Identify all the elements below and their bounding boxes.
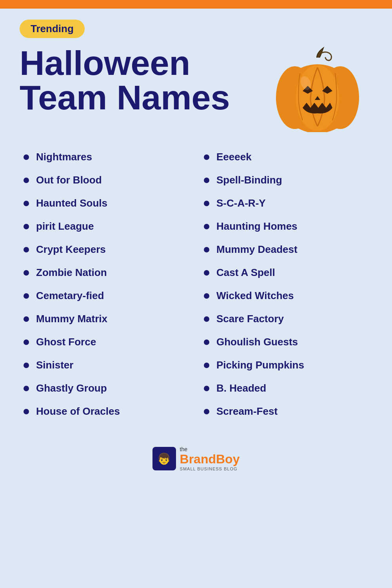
brand-name: BrandBoy — [180, 452, 240, 466]
list-item: Sinister — [16, 354, 196, 377]
bullet-icon — [204, 316, 209, 322]
brand-tagline: SMALL BUSINESS BLOG — [180, 466, 240, 471]
list-item: pirit League — [16, 215, 196, 238]
right-column: EeeeekSpell-BindingS-C-A-R-YHaunting Hom… — [196, 145, 376, 423]
list-item: Ghost Force — [16, 330, 196, 354]
bullet-icon — [204, 154, 209, 160]
list-item: Ghoulish Guests — [196, 330, 376, 354]
orange-top-bar — [0, 0, 392, 9]
bullet-icon — [204, 201, 209, 206]
bullet-icon — [24, 201, 29, 206]
list-item: Cast A Spell — [196, 261, 376, 284]
pumpkin-container — [274, 46, 361, 134]
bullet-icon — [24, 363, 29, 368]
list-item: Wicked Witches — [196, 284, 376, 307]
bullet-icon — [24, 409, 29, 414]
bullet-icon — [24, 178, 29, 183]
bullet-icon — [204, 409, 209, 414]
list-item: Eeeeek — [196, 145, 376, 169]
list-item: Mummy Matrix — [16, 307, 196, 330]
bullet-icon — [204, 339, 209, 345]
bullet-icon — [204, 293, 209, 299]
bullet-icon — [204, 363, 209, 368]
bullet-icon — [24, 339, 29, 345]
bullet-icon — [24, 316, 29, 322]
list-item: House of Oracles — [16, 400, 196, 423]
brand-logo-icon: 👦 — [152, 447, 176, 470]
list-item: Picking Pumpkins — [196, 354, 376, 377]
bullet-icon — [24, 224, 29, 229]
list-item: S-C-A-R-Y — [196, 192, 376, 215]
list-item: Ghastly Group — [16, 377, 196, 400]
list-item: Cemetary-fied — [16, 284, 196, 307]
left-column: NightmaresOut for BloodHaunted Soulspiri… — [16, 145, 196, 423]
bullet-icon — [204, 270, 209, 276]
main-title: Halloween Team Names — [20, 46, 230, 115]
list-item: Scream-Fest — [196, 400, 376, 423]
list-item: Crypt Keepers — [16, 238, 196, 261]
list-item: B. Headed — [196, 377, 376, 400]
bullet-icon — [24, 270, 29, 276]
list-item: Haunting Homes — [196, 215, 376, 238]
bullet-icon — [204, 247, 209, 252]
footer-brand: 👦 the BrandBoy SMALL BUSINESS BLOG — [0, 439, 392, 479]
bullet-icon — [204, 224, 209, 229]
list-item: Mummy Deadest — [196, 238, 376, 261]
bullet-icon — [24, 293, 29, 299]
bullet-icon — [24, 154, 29, 160]
trending-badge: Trending — [20, 20, 85, 38]
list-item: Nightmares — [16, 145, 196, 169]
list-item: Zombie Nation — [16, 261, 196, 284]
list-item: Spell-Binding — [196, 169, 376, 192]
bullet-icon — [24, 247, 29, 252]
bullet-icon — [204, 386, 209, 391]
brand-the: the — [180, 446, 240, 452]
bullet-icon — [204, 178, 209, 183]
list-item: Haunted Souls — [16, 192, 196, 215]
list-item: Out for Blood — [16, 169, 196, 192]
list-item: Scare Factory — [196, 307, 376, 330]
bullet-icon — [24, 386, 29, 391]
